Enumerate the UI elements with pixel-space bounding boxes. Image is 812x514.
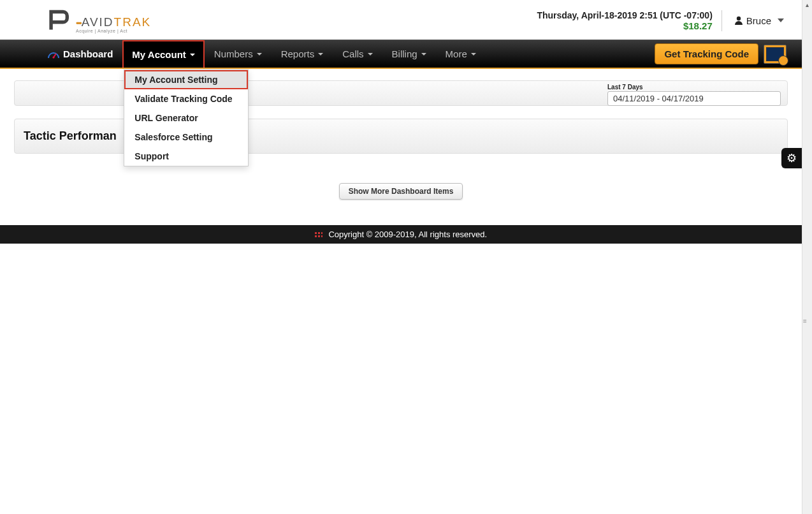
logo-brand-suffix: TRAK [114, 15, 152, 29]
chevron-down-icon [471, 53, 476, 55]
show-more-button[interactable]: Show More Dashboard Items [339, 183, 463, 200]
nav-reports[interactable]: Reports [272, 40, 333, 68]
nav-my-account[interactable]: My Account My Account Setting Validate T… [122, 40, 204, 68]
datetime-balance-block: Thursday, April-18-2019 2:51 (UTC -07:00… [537, 10, 721, 31]
footer: Copyright © 2009-2019, All rights reserv… [0, 225, 802, 244]
nav-calls[interactable]: Calls [333, 40, 382, 68]
current-datetime: Thursday, April-18-2019 2:51 (UTC -07:00… [537, 10, 712, 20]
user-name: Bruce [746, 15, 771, 26]
user-menu[interactable]: Bruce [722, 15, 784, 26]
dropdown-url-generator[interactable]: URL Generator [124, 108, 248, 128]
dropdown-support[interactable]: Support [124, 147, 248, 166]
nav-numbers-label: Numbers [214, 48, 253, 59]
nav-more[interactable]: More [436, 40, 486, 68]
date-range-label: Last 7 Days [607, 84, 781, 91]
nav-calls-label: Calls [342, 48, 363, 59]
nav-billing[interactable]: Billing [382, 40, 436, 68]
logo-brand-prefix: AVID [82, 15, 114, 29]
nav-numbers[interactable]: Numbers [205, 40, 272, 68]
footer-text: Copyright © 2009-2019, All rights reserv… [328, 230, 487, 239]
gear-icon: ⚙ [787, 151, 797, 165]
nav-dashboard-label: Dashboard [63, 48, 113, 59]
chevron-down-icon [421, 53, 426, 55]
chevron-down-icon [778, 18, 784, 22]
dropdown-my-account-setting[interactable]: My Account Setting [124, 70, 248, 89]
grid-icon [315, 232, 323, 239]
logo-mark-icon [46, 8, 75, 33]
dropdown-validate-tracking-code[interactable]: Validate Tracking Code [124, 89, 248, 108]
get-tracking-code-button[interactable]: Get Tracking Code [655, 43, 758, 64]
chevron-down-icon [368, 53, 373, 55]
svg-point-0 [737, 17, 741, 20]
main-nav: Dashboard My Account My Account Setting … [0, 40, 802, 69]
home-icon[interactable] [764, 45, 787, 64]
logo-tagline: Acquire | Analyze | Act [76, 29, 151, 33]
nav-billing-label: Billing [392, 48, 417, 59]
nav-more-label: More [446, 48, 467, 59]
chevron-down-icon [190, 54, 195, 56]
nav-dashboard[interactable]: Dashboard [38, 40, 122, 68]
logo-dots-icon: ••• [76, 18, 81, 28]
chevron-down-icon [318, 53, 323, 55]
dropdown-salesforce-setting[interactable]: Salesforce Setting [124, 128, 248, 147]
chevron-down-icon [257, 53, 262, 55]
dashboard-icon [48, 50, 59, 59]
svg-line-2 [54, 54, 56, 57]
my-account-dropdown: My Account Setting Validate Tracking Cod… [124, 70, 249, 166]
top-header: ••• AVIDTRAK Acquire | Analyze | Act Thu… [0, 0, 802, 40]
user-icon [734, 15, 744, 26]
page-scrollbar[interactable]: ▴ ≡ [802, 0, 812, 514]
scroll-marker-icon: ≡ [803, 318, 811, 325]
nav-my-account-label: My Account [132, 49, 185, 60]
logo[interactable]: ••• AVIDTRAK Acquire | Analyze | Act [46, 8, 151, 33]
account-balance: $18.27 [537, 20, 712, 31]
settings-tab[interactable]: ⚙ [781, 148, 802, 168]
date-range-input[interactable] [607, 91, 781, 106]
scroll-up-arrow-icon[interactable]: ▴ [802, 0, 812, 10]
nav-reports-label: Reports [281, 48, 315, 59]
